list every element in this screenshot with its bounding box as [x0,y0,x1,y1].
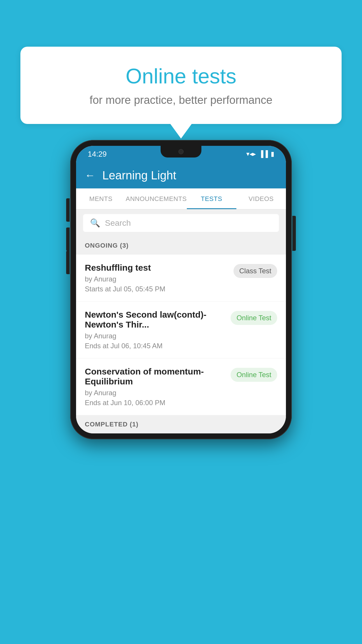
tab-tests[interactable]: TESTS [187,188,236,209]
search-icon: 🔍 [90,218,100,228]
completed-section-header: COMPLETED (1) [76,415,286,433]
search-bar-container: 🔍 Search [76,209,286,237]
test-author-3: by Anurag [85,389,225,397]
test-name-1: Reshuffling test [85,263,228,273]
status-icons: ▾◂▸ ▐▐ ▮ [246,150,274,158]
phone-notch [161,146,201,158]
test-info-1: Reshuffling test by Anurag Starts at Jul… [85,263,233,293]
app-title: Learning Light [102,169,176,182]
tab-announcements[interactable]: ANNOUNCEMENTS [126,188,187,209]
test-info-3: Conservation of momentum-Equilibrium by … [85,367,231,407]
test-name-3: Conservation of momentum-Equilibrium [85,367,225,386]
test-author-1: by Anurag [85,275,228,283]
phone-mockup: 14:29 ▾◂▸ ▐▐ ▮ ← Learning Light MENTS AN… [70,140,292,439]
test-time-3: Ends at Jun 10, 06:00 PM [85,399,225,407]
search-input[interactable]: Search [105,218,131,228]
camera-cutout [178,149,184,154]
test-list: Reshuffling test by Anurag Starts at Jul… [76,255,286,415]
signal-icon: ▐▐ [259,150,268,158]
ongoing-section-header: ONGOING (3) [76,237,286,255]
bubble-subtitle: for more practice, better performance [44,94,318,106]
speech-bubble: Online tests for more practice, better p… [20,47,342,124]
test-item-1[interactable]: Reshuffling test by Anurag Starts at Jul… [76,255,286,302]
tab-bar: MENTS ANNOUNCEMENTS TESTS VIDEOS [76,188,286,209]
test-time-2: Ends at Jul 06, 10:45 AM [85,342,225,350]
wifi-icon: ▾◂▸ [246,150,256,158]
test-time-1: Starts at Jul 05, 05:45 PM [85,285,228,293]
battery-icon: ▮ [271,150,274,158]
test-item-2[interactable]: Newton's Second law(contd)-Newton's Thir… [76,302,286,358]
test-badge-2: Online Test [231,311,277,325]
test-author-2: by Anurag [85,332,225,340]
test-name-2: Newton's Second law(contd)-Newton's Thir… [85,310,225,330]
phone-screen: 14:29 ▾◂▸ ▐▐ ▮ ← Learning Light MENTS AN… [76,146,286,433]
app-header: ← Learning Light [76,162,286,188]
phone-outer: 14:29 ▾◂▸ ▐▐ ▮ ← Learning Light MENTS AN… [70,140,292,439]
tab-ments[interactable]: MENTS [76,188,126,209]
test-badge-1: Class Test [233,264,277,278]
back-button[interactable]: ← [85,169,95,181]
search-bar[interactable]: 🔍 Search [83,214,279,232]
status-time: 14:29 [88,150,107,159]
test-info-2: Newton's Second law(contd)-Newton's Thir… [85,310,231,350]
bubble-title: Online tests [44,64,318,88]
test-item-3[interactable]: Conservation of momentum-Equilibrium by … [76,358,286,415]
test-badge-3: Online Test [231,368,277,382]
tab-videos[interactable]: VIDEOS [236,188,286,209]
speech-bubble-container: Online tests for more practice, better p… [20,47,342,124]
